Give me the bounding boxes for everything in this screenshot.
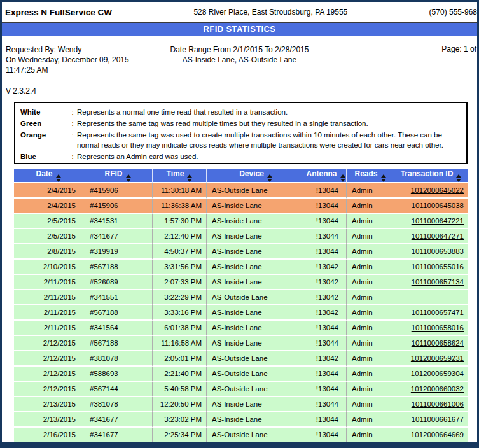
table-row: 2/8/2015#3199194:50:37 PMAS-Inside Lane!… [14, 244, 468, 260]
table-row: 2/10/2015#5671883:31:56 PMAS-Inside Lane… [14, 260, 468, 275]
company-address: 528 River Place, East Stroudsburg, PA 19… [112, 8, 429, 17]
transaction-link[interactable]: 1012000659231 [411, 354, 464, 362]
cell-antenna: !13044 [305, 412, 347, 428]
cell-antenna: !13042 [305, 351, 347, 367]
cell-reads: Admin [347, 305, 394, 321]
cell-reads: Admin [347, 214, 394, 229]
cell-rfid: #381078 [83, 351, 153, 367]
transaction-link[interactable]: 1011000647271 [412, 232, 464, 240]
cell-transaction_id: 1012000645022 [394, 183, 468, 199]
cell-device: AS-Inside Lane [207, 214, 305, 229]
cell-antenna: !13042 [305, 275, 347, 290]
sort-updown-icon[interactable] [267, 174, 272, 182]
cell-antenna: !13044 [305, 397, 347, 412]
cell-reads: Admin [347, 275, 394, 290]
cell-rfid: #588693 [83, 367, 153, 382]
table-row: 2/16/2015#3416772:25:34 PMAS-Outside Lan… [14, 428, 468, 443]
sort-updown-icon[interactable] [126, 174, 131, 182]
cell-time: 4:50:37 PM [153, 244, 207, 260]
color-legend: White:Represents a normal one time read … [14, 102, 468, 164]
cell-time: 3:33:16 PM [153, 305, 207, 321]
version-label: V 2.3.2.4 [6, 86, 129, 96]
column-header-device[interactable]: Device [207, 169, 305, 183]
cell-transaction_id: 1011000647221 [394, 214, 468, 229]
table-row: 2/11/2015#3415646:01:38 PMAS-Inside Lane… [14, 321, 468, 336]
sort-updown-icon[interactable] [187, 174, 192, 182]
transaction-link[interactable]: 1011000657471 [412, 309, 464, 316]
cell-transaction_id: 1011000657134 [394, 275, 468, 290]
cell-date: 2/11/2015 [14, 275, 83, 290]
table-header-row: DateRFIDTimeDeviceAntennaReadsTransactio… [14, 169, 468, 183]
column-label: Time [167, 169, 184, 178]
sort-updown-icon[interactable] [456, 174, 461, 182]
cell-time: 11:16:58 AM [153, 336, 207, 351]
column-header-transaction_id[interactable]: Transaction ID [394, 169, 468, 183]
transaction-link[interactable]: 1011000647221 [412, 217, 464, 225]
column-label: Transaction ID [401, 169, 454, 178]
cell-antenna: !13044 [305, 382, 347, 397]
cell-device: AS-Inside Lane [207, 229, 305, 244]
cell-time: 2:05:01 PM [153, 351, 207, 367]
legend-label: Orange [20, 130, 68, 150]
column-header-antenna[interactable]: Antenna [305, 169, 347, 183]
company-name: Express N FullService CW [2, 8, 112, 17]
column-label: Date [36, 169, 52, 178]
cell-date: 2/16/2015 [14, 428, 83, 443]
sort-updown-icon[interactable] [381, 174, 386, 182]
cell-rfid: #567188 [83, 305, 153, 321]
bottom-border-bar [2, 442, 477, 446]
cell-time: 6:01:38 PM [153, 321, 207, 336]
cell-date: 2/5/2015 [14, 229, 83, 244]
table-row: 2/11/2015#5671883:33:16 PMAS-Inside Lane… [14, 305, 468, 321]
cell-reads: Admin [347, 321, 394, 336]
cell-transaction_id: 1012000664669 [394, 428, 468, 443]
column-header-reads[interactable]: Reads [347, 169, 394, 183]
transaction-link[interactable]: 1012000645022 [411, 186, 464, 194]
transaction-link[interactable]: 1011000653883 [412, 248, 464, 255]
cell-device: AS-Inside Lane [207, 412, 305, 428]
date-range: Date Range From 2/1/2015 To 2/28/2015 [2, 45, 477, 55]
transaction-link[interactable]: 1012000664669 [411, 431, 464, 438]
cell-time: 3:22:29 PM [153, 290, 207, 305]
cell-time: 3:31:56 PM [153, 260, 207, 275]
cell-antenna: !13044 [305, 199, 347, 214]
transaction-link[interactable]: 1012000659304 [411, 370, 464, 377]
sort-updown-icon[interactable] [340, 174, 345, 182]
cell-rfid: #319919 [83, 244, 153, 260]
cell-reads: Admin [347, 382, 394, 397]
column-label: RFID [105, 169, 123, 178]
transaction-link[interactable]: 1012000660032 [411, 385, 464, 393]
sort-updown-icon[interactable] [56, 174, 61, 182]
transaction-link[interactable]: 1011000661006 [412, 400, 464, 408]
cell-transaction_id: 1011000658016 [394, 321, 468, 336]
legend-label: Blue [20, 151, 68, 162]
cell-device: AS-Inside Lane [207, 397, 305, 412]
cell-device: AS-Inside Lane [207, 305, 305, 321]
legend-item: Green:Represents the same tag was read m… [20, 118, 462, 129]
cell-transaction_id: 1011000657471 [394, 305, 468, 321]
transaction-link[interactable]: 1011000661677 [412, 416, 464, 423]
transaction-link[interactable]: 1011000645038 [412, 202, 464, 209]
column-header-date[interactable]: Date [14, 169, 83, 183]
transaction-link[interactable]: 1011000655016 [412, 263, 464, 270]
cell-rfid: #341677 [83, 428, 153, 443]
table-row: 2/12/2015#3810782:05:01 PMAS-Outside Lan… [14, 351, 468, 367]
cell-rfid: #526089 [83, 275, 153, 290]
cell-rfid: #567188 [83, 336, 153, 351]
report-info: Requested By: Wendy On Wednesday, Decemb… [2, 36, 477, 102]
cell-device: AS-Outside Lane [207, 183, 305, 199]
column-header-time[interactable]: Time [153, 169, 207, 183]
cell-antenna: !13042 [305, 290, 347, 305]
cell-reads: Admin [347, 183, 394, 199]
transaction-link[interactable]: 1011000657134 [412, 278, 464, 286]
cell-transaction_id: 1012000659304 [394, 367, 468, 382]
cell-antenna: !13044 [305, 321, 347, 336]
column-header-rfid[interactable]: RFID [83, 169, 153, 183]
transaction-link[interactable]: 1011000658016 [412, 324, 464, 332]
transaction-link[interactable]: 1011000658624 [412, 339, 464, 347]
cell-reads: Admin [347, 260, 394, 275]
cell-rfid: #415906 [83, 199, 153, 214]
cell-rfid: #341531 [83, 214, 153, 229]
legend-item: Blue:Represents an Admin card was used. [20, 151, 462, 162]
table-row: 2/5/2015#3415311:57:30 PMAS-Inside Lane!… [14, 214, 468, 229]
